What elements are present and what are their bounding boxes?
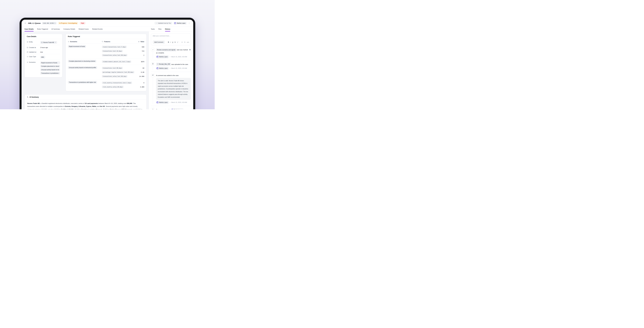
feature-chip: reimbursement_amount_c2e_last_7_days: [102, 60, 131, 63]
rule-scenario: Unusual activity based on behavioral pro…: [68, 66, 101, 78]
status-badge[interactable]: In Progress • Investigating: [58, 22, 78, 24]
field-value: now: [40, 51, 60, 53]
feature-row: transactions_last_14_days723: [102, 49, 144, 53]
feature-row: transactions_value_last_90_days14.000: [102, 74, 144, 78]
strike-button[interactable]: S: [174, 41, 176, 43]
scenario-chip: Rapid movement of funds: [68, 45, 86, 48]
field-row-updated-at: Updated atnow: [27, 50, 60, 54]
comment-quote: The alert is valid. Novera Trade AB show…: [156, 78, 191, 100]
underline-button[interactable]: U: [172, 41, 173, 43]
history-text: A comment was added to the case.: [156, 74, 191, 77]
field-label: Case Type: [27, 55, 39, 58]
target-icon[interactable]: [189, 48, 191, 52]
history-text: Receipt_Mar_009 was uploaded to the case…: [156, 62, 191, 66]
kebab-menu-icon[interactable]: ⋮: [188, 22, 190, 24]
feature-value: 9: [137, 82, 144, 84]
history-divider: [151, 60, 191, 60]
app-window: AML L1 Queue CASE-AML-56789 In Progress …: [22, 20, 193, 109]
rules-triggered-card: Rules Triggered ScenariosFeaturesValueRa…: [66, 34, 146, 91]
ai-summary-card: AI Summary Novera Trade AB, a Swedish-re…: [24, 94, 146, 109]
tab-ai-summary[interactable]: AI Summary: [52, 27, 60, 31]
tab-related-events[interactable]: Related Events: [92, 27, 103, 31]
feature-row: risk_country_value_30_days4.800: [102, 85, 144, 89]
author-chip[interactable]: Martha Lopez: [156, 67, 169, 70]
history-text: Case was assigned to Martha Lopez: [156, 108, 191, 109]
tab-related-cases[interactable]: Related Cases: [78, 27, 88, 31]
side-tab-tasks[interactable]: Tasks: [151, 27, 155, 31]
feature-value: 723: [137, 50, 144, 52]
review-scenarios-and-signals-chip[interactable]: Review scenarios and signals: [156, 48, 176, 51]
field-label-text: Updated at: [29, 51, 36, 53]
history-divider: [151, 72, 191, 72]
main-scroll-area[interactable]: Case Details EntityNovera Trade ABCreate…: [22, 31, 149, 109]
feature-row: transactions_value_last_90_days2: [102, 53, 144, 57]
feature-row: percentage_regular_behavior_last_90_days…: [102, 70, 144, 74]
rule-features: risk_country_transactions_last_7_days9ri…: [102, 81, 144, 89]
timestamp: March 15, 2025, 9:26 AM: [171, 55, 187, 58]
author-chip[interactable]: Martha Lopez: [156, 101, 169, 104]
tab-rules-triggered[interactable]: Rules Triggered: [37, 27, 48, 31]
avatar: [156, 67, 158, 69]
timestamp: March 15, 2025, 9:26 AM: [171, 67, 187, 70]
rules-title: Rules Triggered: [66, 34, 146, 39]
copy-icon[interactable]: [54, 22, 56, 24]
feature-chip: percentage_regular_behavior_last_90_days: [102, 71, 134, 73]
rule-scenario: Transactions in jurisdictions with highe…: [68, 81, 101, 89]
history-item: Case was assigned to Martha LopezJamie D…: [151, 108, 191, 109]
timestamp: March 15, 2025, 9:26 AM: [171, 101, 187, 104]
rule-group: Unusual activity based on behavioral pro…: [68, 65, 144, 80]
avatar: [156, 101, 158, 103]
author-name: Martha Lopez: [159, 67, 168, 70]
add-comment-button[interactable]: Add Comment: [153, 40, 165, 44]
ordered-list-button[interactable]: [184, 41, 186, 43]
hash-icon: [138, 41, 140, 42]
feature-chip: transactions_value_last_90_days: [102, 54, 128, 56]
comment-input[interactable]: Add your comment here...: [153, 35, 189, 40]
author-chip[interactable]: Martha Lopez: [156, 55, 169, 58]
rule-features: reimbursement_amount_c2e_last_7_days3870: [102, 59, 144, 64]
feature-value: 500: [137, 46, 144, 48]
field-row-created-at: Created at2 hours ago: [27, 45, 60, 50]
field-label-text: Entity: [29, 41, 33, 43]
format-toolbar: BIUS</>: [168, 41, 189, 43]
history-user-icon: [151, 108, 154, 109]
user-name: Martha Lopez: [174, 108, 182, 109]
field-row-entity: EntityNovera Trade AB: [27, 39, 60, 45]
case-details-title: Case Details: [25, 34, 62, 39]
bullet-list-icon: [181, 41, 183, 43]
entity-name: Novera Trade AB: [43, 42, 54, 43]
assignee-pill[interactable]: Martha Lopez: [174, 22, 187, 25]
building-icon: [41, 42, 43, 43]
link-button[interactable]: [177, 41, 178, 43]
field-label: Entity: [27, 41, 39, 44]
bold-button[interactable]: B: [168, 41, 169, 43]
feature-value: 14.000: [137, 76, 144, 77]
page-title: AML L1 Queue: [28, 22, 40, 24]
tab-case-details[interactable]: Case Details: [24, 27, 34, 31]
side-tab-files[interactable]: Files: [158, 27, 162, 31]
field-label: Scenarios: [27, 61, 39, 74]
tab-company-details[interactable]: Company Details: [64, 27, 75, 31]
avatar: [156, 56, 158, 58]
user-chip[interactable]: Martha Lopez: [171, 108, 184, 109]
case-id-badge[interactable]: CASE-AML-56789: [42, 22, 56, 24]
column-header-scenarios: Scenarios: [68, 41, 101, 42]
case-header: AML L1 Queue CASE-AML-56789 In Progress …: [22, 20, 193, 27]
bullet-list-button[interactable]: [181, 41, 183, 43]
italic-button[interactable]: I: [170, 41, 171, 43]
side-tab-history[interactable]: History: [165, 27, 170, 31]
activity-panel[interactable]: Add your comment here... Add Comment BIU…: [149, 31, 193, 109]
calendar-icon: [27, 51, 28, 53]
priority-badge[interactable]: High: [80, 22, 86, 24]
main-tabs: Case DetailsRules TriggeredAI SummaryCom…: [22, 27, 149, 31]
ai-summary-body: Novera Trade AB, a Swedish-registered el…: [25, 100, 146, 109]
feature-chip: transactions_last_14_days: [102, 50, 123, 52]
scenario-chip: Rapid movement of funds: [40, 61, 60, 64]
feature-chip: risk_country_value_30_days: [102, 86, 124, 88]
receipt-mar-009-chip[interactable]: Receipt_Mar_009: [156, 63, 171, 66]
entity-chip[interactable]: Novera Trade AB: [40, 41, 57, 44]
case-type-chip: AML: [40, 56, 45, 58]
back-button[interactable]: [24, 22, 26, 24]
rule-scenario: Rapid movement of funds: [68, 45, 101, 57]
code-button[interactable]: </>: [187, 41, 189, 43]
